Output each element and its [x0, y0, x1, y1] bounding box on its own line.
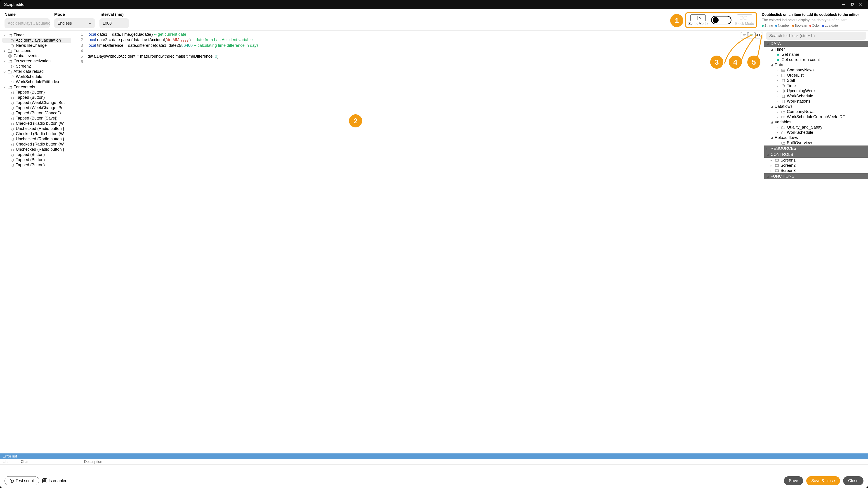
timer-icon — [10, 43, 14, 48]
tree-item[interactable]: AccidentDaysCalculation — [2, 38, 71, 43]
tree-item[interactable]: ▹Screen3 — [764, 168, 868, 173]
tree-item[interactable]: ▹Time — [764, 83, 868, 88]
tree-item[interactable]: ▹Screen1 — [764, 158, 868, 163]
tree-item[interactable]: ◢Timer — [764, 47, 868, 52]
tap-icon — [10, 116, 14, 121]
tap-icon — [10, 153, 14, 157]
test-script-button[interactable]: Test script — [4, 476, 39, 485]
script-tree[interactable]: TimerAccidentDaysCalculationNewsTileChan… — [0, 31, 72, 453]
timer-icon — [10, 38, 14, 43]
error-columns: Line Char Description — [0, 459, 868, 464]
tree-item[interactable]: WorkScheduleEditIndex — [2, 79, 71, 85]
code-editor[interactable]: 123456 local date1 = data.Time.getluadat… — [72, 31, 764, 453]
tap-icon — [10, 106, 14, 110]
svg-rect-51 — [775, 159, 778, 161]
tree-item[interactable]: Tapped (Button [Cancel]) — [2, 110, 71, 116]
play-icon — [10, 479, 14, 483]
name-input[interactable]: AccidentDaysCalculatio — [4, 18, 50, 28]
tap-icon — [10, 121, 14, 126]
line-gutter: 123456 — [72, 31, 86, 453]
tree-item[interactable]: ▹Screen2 — [764, 163, 868, 168]
reload-icon — [10, 74, 14, 79]
tree-item[interactable]: Tapped (WeekChange_But — [2, 100, 71, 105]
tap-icon — [10, 142, 14, 147]
tree-item[interactable]: Checked (Radio button {W — [2, 142, 71, 147]
tree-timer[interactable]: Timer — [2, 33, 71, 38]
code-editor-pane: 123456 local date1 = data.Time.getluadat… — [72, 31, 764, 453]
script-mode-col: </> Script Mode — [688, 14, 708, 26]
tree-item[interactable]: Tapped (Button) — [2, 95, 71, 100]
mode-toggle[interactable] — [711, 16, 732, 24]
tree-item[interactable]: Tapped (Button) — [2, 90, 71, 95]
tree-item[interactable]: Unchecked (Radio button { — [2, 147, 71, 152]
tree-item[interactable]: Tapped (Button) — [2, 162, 71, 168]
tree-item[interactable]: Unchecked (Radio button { — [2, 126, 71, 131]
tree-item[interactable]: ◢Dataflows — [764, 104, 868, 109]
tree-afterreload[interactable]: After data reload — [2, 69, 71, 74]
tree-onscreen[interactable]: On screen activation — [2, 59, 71, 64]
close-button[interactable]: Close — [843, 476, 864, 485]
code-lines[interactable]: local date1 = data.Time.getluadate() -- … — [86, 31, 764, 453]
tree-item[interactable]: ◢Variables — [764, 120, 868, 125]
tree-item[interactable]: ▹WorkSchedule — [764, 94, 868, 99]
panel-section[interactable]: ◢FUNCTIONS — [764, 173, 868, 180]
folder-icon — [8, 48, 12, 53]
svg-line-38 — [783, 86, 784, 86]
tree-item[interactable]: ▹WorkScheduleCurrentWeek_DF — [764, 114, 868, 120]
interval-input[interactable]: 1000 — [99, 18, 129, 28]
block-tree[interactable]: ◢DATA◢TimerGet nameGet current run count… — [764, 41, 868, 453]
tree-globalevents[interactable]: Global events — [2, 53, 71, 59]
tree-item[interactable]: Checked (Radio button {W — [2, 121, 71, 126]
tree-item[interactable]: ▹Quality_and_Safety — [764, 125, 868, 130]
tree-item[interactable]: NewsTileChange — [2, 43, 71, 48]
close-window-button[interactable] — [858, 1, 864, 8]
tree-item[interactable]: ▹OrderList — [764, 73, 868, 78]
tree-forcontrols[interactable]: For controls — [2, 85, 71, 90]
tree-item[interactable]: Screen2 — [2, 64, 71, 69]
tree-functions[interactable]: Functions — [2, 48, 71, 53]
tree-item[interactable]: Tapped (WeekChange_But — [2, 105, 71, 110]
tree-item[interactable]: Checked (Radio button {W — [2, 131, 71, 136]
svg-rect-8 — [744, 16, 747, 20]
type-legend: String Number Boolean Color Lua date — [762, 23, 862, 28]
svg-rect-28 — [782, 70, 785, 71]
script-mode-label: Script Mode — [688, 22, 708, 26]
block-search-input[interactable] — [766, 32, 866, 40]
folder-icon — [8, 33, 12, 37]
tree-item[interactable]: Tapped (Button) — [2, 152, 71, 157]
footer: Test script Is enabled Save Save & close… — [0, 474, 868, 488]
minimize-button[interactable] — [840, 1, 847, 8]
panel-section[interactable]: ◢CONTROLS — [764, 152, 868, 158]
panel-section[interactable]: ▸RESOURCES — [764, 145, 868, 152]
tree-item[interactable]: ◢Reload flows — [764, 135, 868, 140]
tree-item[interactable]: ◢Data — [764, 62, 868, 68]
maximize-button[interactable] — [849, 1, 855, 8]
chevron-down-icon — [88, 22, 92, 25]
error-list-header[interactable]: Error list — [0, 453, 868, 459]
tree-item[interactable]: ▹Workstations — [764, 99, 868, 104]
tree-item[interactable]: ▹WorkSchedule — [764, 130, 868, 135]
tree-item[interactable]: WorkSchedule — [2, 74, 71, 79]
client-area: Name AccidentDaysCalculatio Mode Endless… — [0, 9, 868, 488]
tree-item[interactable]: Tapped (Button) — [2, 157, 71, 162]
tap-icon — [10, 163, 14, 167]
svg-text:</>: </> — [699, 16, 702, 20]
panel-section[interactable]: ◢DATA — [764, 41, 868, 47]
tree-item[interactable]: Unchecked (Radio button { — [2, 136, 71, 142]
svg-rect-46 — [783, 100, 784, 103]
tree-item[interactable]: Get name — [764, 52, 868, 57]
svg-rect-31 — [782, 75, 785, 76]
is-enabled-checkbox[interactable]: Is enabled — [42, 478, 67, 483]
mode-label: Mode — [54, 12, 95, 17]
script-editor-window: Script editor Name AccidentDaysCalculati… — [0, 0, 868, 488]
tree-item[interactable]: ▹Staff — [764, 78, 868, 83]
tree-item[interactable]: ▹CompanyNews — [764, 109, 868, 114]
save-close-button[interactable]: Save & close — [806, 476, 840, 485]
tree-item[interactable]: ShiftOverview — [764, 140, 868, 145]
tree-item[interactable]: Tapped (Button [Save]) — [2, 116, 71, 121]
tree-item[interactable]: ▹UpcomingWeek — [764, 88, 868, 94]
tree-item[interactable]: Get current run count — [764, 57, 868, 62]
tree-item[interactable]: ▹CompanyNews — [764, 68, 868, 73]
save-button[interactable]: Save — [784, 476, 803, 485]
mode-select[interactable]: Endless — [54, 18, 95, 28]
